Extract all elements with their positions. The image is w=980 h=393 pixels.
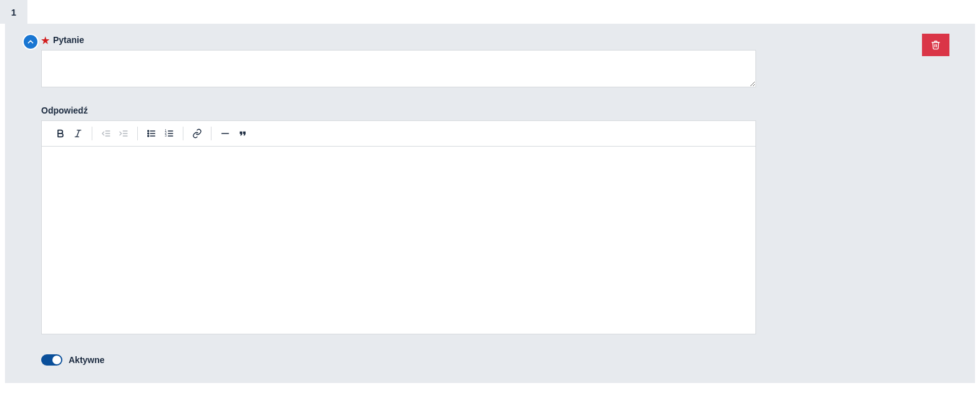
tab-label: 1 <box>11 7 16 17</box>
toolbar-group-blocks <box>211 125 256 142</box>
indent-icon <box>119 129 129 138</box>
collapse-button[interactable] <box>22 34 39 50</box>
svg-point-12 <box>148 130 149 132</box>
italic-icon <box>73 129 83 138</box>
bulleted-list-button[interactable] <box>143 125 160 142</box>
page-root: 1 ★ Pytanie Odpowiedź <box>0 0 980 389</box>
horizontal-rule-icon <box>220 129 230 138</box>
horizontal-rule-button[interactable] <box>216 125 234 142</box>
bold-button[interactable] <box>52 125 69 142</box>
active-toggle-label: Aktywne <box>69 355 105 365</box>
numbered-list-icon: 123 <box>164 129 174 138</box>
bulleted-list-icon <box>147 129 157 138</box>
answer-label-row: Odpowiedź <box>41 105 756 115</box>
question-label: Pytanie <box>53 35 84 45</box>
svg-point-14 <box>148 135 149 137</box>
panel-wrapper: ★ Pytanie Odpowiedź <box>41 35 956 366</box>
tab-strip: 1 <box>0 0 980 24</box>
blockquote-button[interactable] <box>234 125 251 142</box>
question-panel: ★ Pytanie Odpowiedź <box>5 24 975 383</box>
chevron-up-icon <box>26 37 35 46</box>
tab-1[interactable]: 1 <box>0 0 27 24</box>
link-icon <box>192 129 202 138</box>
link-button[interactable] <box>188 125 206 142</box>
indent-button <box>115 125 132 142</box>
bold-icon <box>56 129 65 138</box>
svg-line-2 <box>77 130 79 137</box>
svg-text:3: 3 <box>165 134 167 137</box>
active-toggle[interactable] <box>41 354 62 366</box>
editor-toolbar: 123 <box>42 121 755 147</box>
outdent-icon <box>101 129 111 138</box>
svg-point-13 <box>148 133 149 134</box>
outdent-button <box>97 125 115 142</box>
quote-icon <box>238 129 248 138</box>
toolbar-group-textstyle <box>47 125 92 142</box>
answer-label: Odpowiedź <box>41 105 88 115</box>
numbered-list-button[interactable]: 123 <box>160 125 178 142</box>
italic-button[interactable] <box>69 125 87 142</box>
answer-block: Odpowiedź <box>41 105 756 334</box>
active-toggle-row: Aktywne <box>41 354 756 366</box>
answer-editor: 123 <box>41 120 756 334</box>
trash-icon <box>931 39 941 51</box>
required-star-icon: ★ <box>41 36 49 45</box>
delete-button[interactable] <box>922 34 949 56</box>
toolbar-group-link <box>183 125 211 142</box>
answer-textarea[interactable] <box>42 147 755 334</box>
toggle-knob-icon <box>52 356 61 364</box>
toolbar-group-lists: 123 <box>138 125 183 142</box>
toolbar-group-indent <box>92 125 137 142</box>
content-column: ★ Pytanie Odpowiedź <box>41 35 756 366</box>
question-label-row: ★ Pytanie <box>41 35 756 45</box>
question-input[interactable] <box>41 50 756 87</box>
